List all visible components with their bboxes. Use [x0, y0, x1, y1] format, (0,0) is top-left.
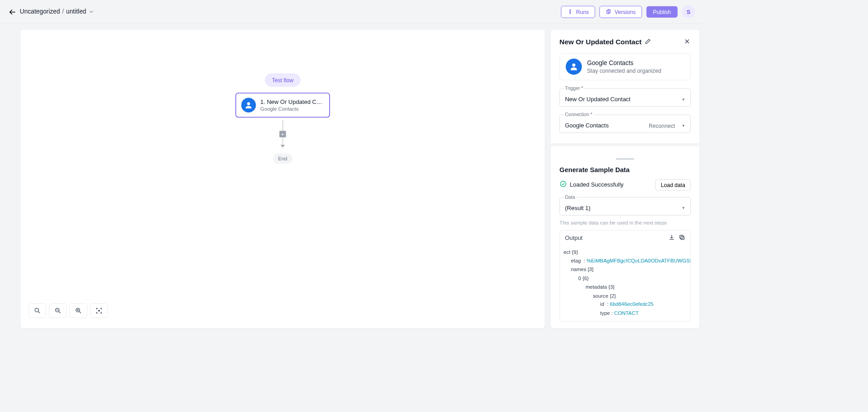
zoom-out-button[interactable]	[49, 304, 67, 318]
panel-divider	[551, 143, 699, 146]
success-check-icon	[560, 180, 567, 189]
dropdown-icon: ▼	[682, 97, 685, 101]
svg-point-9	[561, 181, 566, 187]
svg-point-0	[570, 9, 571, 10]
zoom-in-button[interactable]	[70, 304, 87, 318]
edit-icon[interactable]	[645, 38, 651, 47]
svg-point-3	[247, 102, 250, 105]
arrow-down-icon	[280, 142, 285, 149]
sample-data-title: Generate Sample Data	[560, 160, 691, 174]
connection-select[interactable]: Connection * Google Contacts Reconnect ▼	[560, 115, 691, 133]
publish-button[interactable]: Publish	[646, 6, 678, 17]
flow-connector: +	[279, 120, 286, 153]
google-contacts-icon	[566, 59, 582, 75]
canvas-area: Test flow 1. New Or Updated Co... Google…	[0, 24, 548, 334]
trigger-select[interactable]: Trigger * New Or Updated Contact ▼	[560, 88, 691, 107]
zoom-reset-button[interactable]	[28, 304, 46, 318]
breadcrumb-title: untitled	[66, 8, 86, 15]
flow-end-node: End	[273, 154, 292, 164]
download-icon[interactable]	[668, 234, 675, 242]
sample-hint: This sample data can be used in the next…	[560, 220, 691, 225]
flow-canvas[interactable]: Test flow 1. New Or Updated Co... Google…	[20, 30, 545, 328]
breadcrumb-category: Uncategorized	[20, 8, 60, 15]
top-right: Runs Versions Publish S	[561, 5, 695, 18]
data-label: Data	[564, 194, 577, 200]
runs-button[interactable]: Runs	[561, 6, 595, 18]
connector-card[interactable]: Google Contacts Stay connected and organ…	[560, 53, 691, 80]
fit-view-button[interactable]	[90, 304, 108, 318]
add-step-button[interactable]: +	[279, 131, 286, 138]
svg-rect-10	[681, 236, 684, 239]
breadcrumb[interactable]: Uncategorized / untitled	[20, 8, 94, 15]
config-panel: New Or Updated Contact Google Contacts S…	[551, 30, 699, 328]
connection-label: Connection *	[564, 112, 594, 117]
load-data-button[interactable]: Load data	[655, 179, 690, 190]
data-value: (Result 1)	[565, 205, 590, 211]
connector-name: Google Contacts	[587, 60, 661, 67]
data-result-select[interactable]: Data (Result 1) ▼	[560, 197, 691, 215]
connection-value: Google Contacts	[565, 122, 609, 129]
google-contacts-icon	[241, 98, 256, 112]
versions-button[interactable]: Versions	[599, 6, 642, 18]
dropdown-icon: ▼	[682, 206, 685, 210]
top-bar: Uncategorized / untitled Runs Versions P…	[0, 0, 704, 24]
output-box: Output ect {9} etag : %EiMBAgMFBgcICQoLD…	[560, 230, 691, 322]
loaded-status: Loaded Successfully	[570, 182, 623, 188]
svg-point-8	[572, 64, 576, 67]
drag-handle[interactable]	[616, 158, 634, 159]
trigger-value: New Or Updated Contact	[565, 96, 631, 103]
dropdown-icon: ▼	[682, 124, 685, 128]
panel-title-text: New Or Updated Contact	[560, 38, 642, 46]
svg-rect-11	[680, 235, 683, 238]
test-flow-button[interactable]: Test flow	[265, 74, 300, 86]
node-subtitle: Google Contacts	[260, 106, 324, 112]
chevron-down-icon[interactable]	[89, 9, 94, 14]
json-output[interactable]: ect {9} etag : %EiMBAgMFBgcICQoLDA0ODxAT…	[560, 246, 690, 321]
copy-icon[interactable]	[679, 234, 685, 242]
connector-desc: Stay connected and organized	[587, 67, 661, 74]
user-avatar[interactable]: S	[682, 5, 695, 18]
reconnect-button[interactable]: Reconnect	[649, 122, 675, 129]
trigger-label: Trigger *	[564, 85, 585, 91]
zoom-controls	[28, 304, 108, 318]
flow-node-trigger[interactable]: 1. New Or Updated Co... Google Contacts	[236, 93, 330, 117]
close-icon[interactable]	[684, 38, 691, 47]
back-arrow-icon[interactable]	[9, 8, 16, 15]
node-title: 1. New Or Updated Co...	[260, 98, 324, 105]
svg-point-7	[99, 310, 100, 311]
output-label: Output	[565, 235, 583, 242]
svg-point-4	[35, 308, 38, 312]
panel-header: New Or Updated Contact	[551, 30, 699, 53]
top-left: Uncategorized / untitled	[9, 8, 94, 15]
breadcrumb-separator: /	[62, 8, 64, 15]
